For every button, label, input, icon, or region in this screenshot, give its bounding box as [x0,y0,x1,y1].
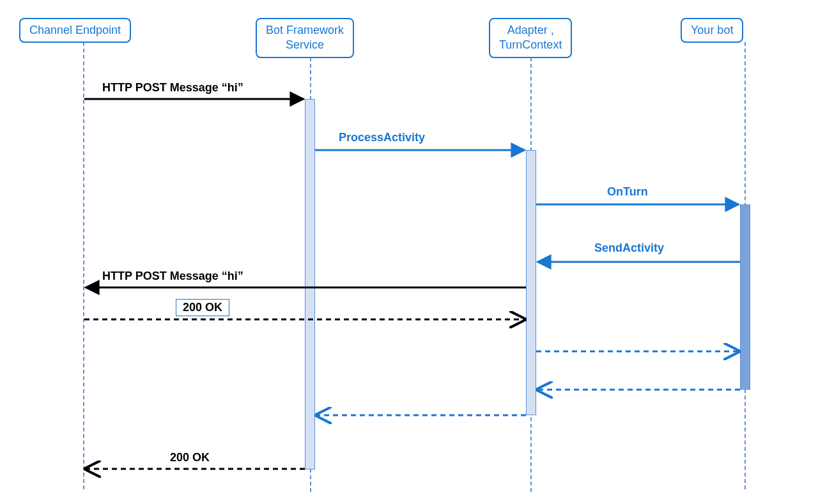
status-200-ok-1: 200 OK [176,299,229,316]
label-http-post-1: HTTP POST Message “hi” [102,81,243,95]
label-on-turn: OnTurn [607,185,648,199]
label-send-activity: SendActivity [594,241,664,255]
label-process-activity: ProcessActivity [339,131,425,144]
status-200-ok-2-label: 200 OK [170,451,210,464]
sequence-diagram: Channel Endpoint Bot Framework Service A… [13,13,805,492]
label-http-post-2: HTTP POST Message “hi” [102,270,243,283]
